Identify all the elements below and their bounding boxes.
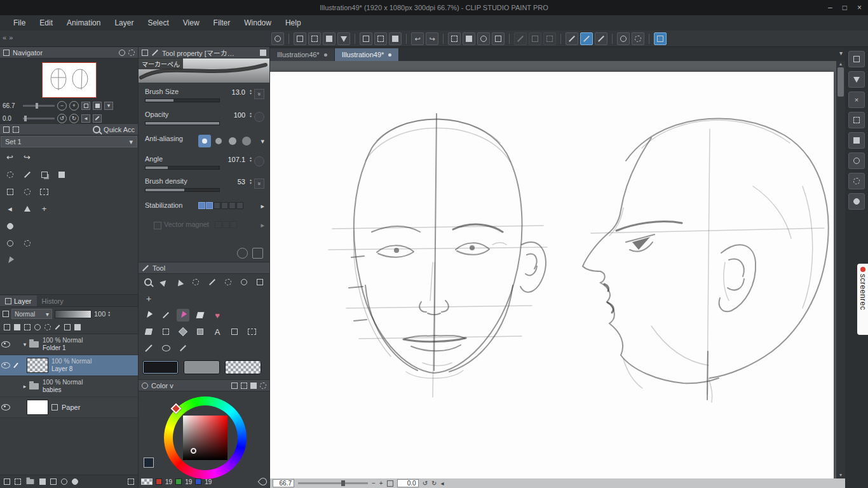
crop-icon[interactable]	[492, 32, 505, 45]
screenrec-watermark[interactable]: screenrec	[857, 264, 868, 335]
brush-size-dynamics-button[interactable]: »	[254, 89, 264, 99]
reset-all-settings-icon[interactable]	[237, 248, 248, 259]
color-slider-tab-icon[interactable]	[231, 383, 238, 389]
tool-text-icon[interactable]: A	[211, 325, 224, 338]
qa-spray-icon[interactable]	[4, 168, 16, 180]
deselect-icon[interactable]	[448, 32, 461, 45]
layer-opacity-value[interactable]: 100	[94, 310, 105, 318]
image-material-panel-icon[interactable]	[848, 173, 865, 189]
transparent-color-swatch[interactable]	[225, 360, 261, 374]
export-icon[interactable]	[337, 32, 350, 45]
angle-slider[interactable]	[145, 166, 220, 170]
menu-view[interactable]: View	[176, 18, 207, 27]
redo-icon[interactable]: ↪	[426, 32, 438, 45]
manga-material-panel-icon[interactable]	[848, 152, 865, 169]
panel-menu-icon[interactable]	[3, 126, 10, 133]
navigator-zoom-slider[interactable]	[23, 105, 55, 107]
invert-selection-icon[interactable]	[463, 32, 475, 45]
scan-icon[interactable]	[374, 32, 387, 45]
tool-move-view-icon[interactable]	[158, 276, 170, 288]
statusbar-zoom-value[interactable]: 66.7	[273, 479, 294, 487]
canvas-viewport[interactable]	[270, 61, 836, 478]
navigator-rotate-slider[interactable]	[23, 118, 55, 119]
statusbar-zoom-slider[interactable]	[298, 482, 368, 484]
new-folder-icon[interactable]	[27, 479, 34, 484]
new-document-icon[interactable]	[294, 32, 306, 45]
brush-density-slider[interactable]	[145, 188, 220, 192]
menu-layer[interactable]: Layer	[107, 18, 140, 27]
qa-cut-icon[interactable]	[21, 168, 33, 180]
tool-selection-icon[interactable]	[190, 276, 201, 288]
navigator-rotate-value[interactable]: 0.0	[3, 115, 20, 122]
statusbar-rotate-right-icon[interactable]: ↻	[431, 480, 437, 487]
layer-opacity-spinner[interactable]: ▴▾	[108, 311, 110, 317]
lock-transparent-pixels-icon[interactable]	[24, 324, 31, 330]
layer-opacity-slider[interactable]	[55, 310, 92, 318]
new-vector-layer-icon[interactable]	[15, 478, 21, 485]
rotate-right-icon[interactable]: ↻	[69, 114, 79, 123]
tool-operation-icon[interactable]	[174, 276, 186, 288]
tool-figure-heart-icon[interactable]: ♥	[211, 309, 224, 322]
apply-mask-icon[interactable]	[72, 478, 78, 485]
tool-move-layer-icon[interactable]: +	[142, 292, 155, 305]
scrollbar-thumb[interactable]	[837, 67, 844, 97]
navigator-preview[interactable]: 66.7 − + ▾ 0.0 ↺ ↻ ◂	[0, 58, 138, 123]
layer-visible-icon[interactable]	[1, 362, 10, 369]
enable-mask-icon[interactable]	[34, 324, 41, 330]
tool-airbrush-icon[interactable]	[222, 276, 234, 288]
tool-fill-icon[interactable]	[142, 325, 155, 338]
transfer-layer-icon[interactable]	[39, 478, 46, 485]
menu-window[interactable]: Window	[237, 18, 278, 27]
scroll-down-icon[interactable]: ▾	[839, 472, 842, 478]
vertical-scrollbar[interactable]: ▴ ▾	[836, 61, 845, 478]
brush-density-dynamics-button[interactable]: »	[254, 179, 264, 189]
dock-expand-left-icon[interactable]: »	[9, 34, 13, 41]
tool-ruler-icon[interactable]	[142, 342, 155, 355]
layer-visible-icon[interactable]	[1, 404, 10, 410]
current-color-chip[interactable]	[144, 458, 154, 468]
layer-thumbnail[interactable]	[27, 358, 48, 373]
sv-cursor[interactable]	[191, 448, 196, 454]
print-icon[interactable]	[389, 32, 402, 45]
qa-flip-horizontal-icon[interactable]: ◂	[4, 203, 16, 215]
qa-paste-icon[interactable]	[55, 168, 67, 180]
vector-magnet-checkbox[interactable]	[154, 222, 161, 229]
tool-pencil-icon[interactable]	[159, 309, 172, 322]
opacity-value[interactable]: 100	[217, 111, 245, 119]
qa-move-icon[interactable]: +	[38, 203, 50, 215]
layer-name[interactable]: babies	[43, 386, 83, 394]
tab-list-icon[interactable]: ▾	[839, 50, 843, 57]
clip-to-layer-below-icon[interactable]	[4, 324, 10, 330]
stabilization-segment[interactable]	[198, 202, 205, 209]
brush-size-value[interactable]: 13.0	[217, 88, 245, 96]
tool-marker-icon[interactable]	[177, 309, 189, 322]
panel-menu-icon[interactable]	[3, 50, 10, 56]
stabilization-segment[interactable]	[221, 202, 228, 209]
layer-visible-icon[interactable]	[1, 341, 10, 348]
tool-correct-line-icon[interactable]	[177, 342, 189, 355]
new-layer-icon[interactable]	[4, 478, 10, 485]
tool-table-icon[interactable]	[245, 325, 258, 338]
help-mode-icon[interactable]	[632, 32, 644, 45]
delete-layer-icon[interactable]	[128, 478, 134, 485]
tool-frame-border-icon[interactable]	[228, 325, 241, 338]
save-icon[interactable]	[323, 32, 336, 45]
statusbar-rotation-value[interactable]: 0.0	[397, 479, 419, 487]
tool-zoom-icon[interactable]	[142, 276, 154, 288]
hue-cursor[interactable]	[171, 403, 182, 414]
menu-animation[interactable]: Animation	[60, 18, 107, 27]
quick-access-set-dropdown[interactable]: Set 1 ▾	[1, 136, 137, 147]
stabilization-segment[interactable]	[236, 202, 243, 209]
tool-frame-icon[interactable]	[254, 276, 266, 288]
open-file-icon[interactable]	[308, 32, 321, 45]
layer-thumbnail[interactable]	[27, 400, 48, 415]
menu-filter[interactable]: Filter	[207, 18, 238, 27]
vector-snap-icon[interactable]	[580, 32, 593, 45]
statusbar-zoom-in-icon[interactable]: +	[379, 480, 383, 487]
opacity-spinner[interactable]: ▴▾	[250, 112, 252, 118]
vector-magnet-expand-icon[interactable]: ▸	[261, 221, 264, 229]
qa-select-rectangle-icon[interactable]	[4, 186, 16, 198]
set-as-draft-icon[interactable]	[44, 324, 51, 330]
menu-file[interactable]: File	[6, 18, 32, 27]
qa-brush-icon[interactable]	[4, 254, 16, 266]
